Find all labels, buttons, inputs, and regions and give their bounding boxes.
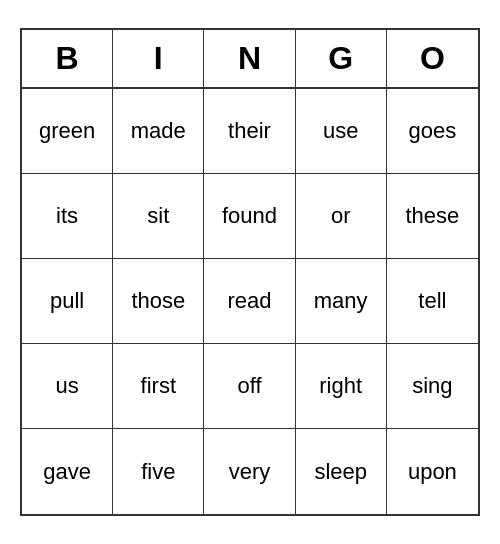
cell-r0-c4: goes [387,89,478,174]
bingo-card: BINGO greenmadetheirusegoesitssitfoundor… [20,28,480,516]
cell-r1-c0: its [22,174,113,259]
cell-r0-c2: their [204,89,295,174]
cell-r0-c3: use [296,89,387,174]
bingo-grid: greenmadetheirusegoesitssitfoundorthesep… [22,89,478,514]
header-letter: B [22,30,113,87]
cell-r3-c3: right [296,344,387,429]
cell-r3-c1: first [113,344,204,429]
cell-r2-c2: read [204,259,295,344]
header-letter: I [113,30,204,87]
cell-r4-c4: upon [387,429,478,514]
cell-r4-c3: sleep [296,429,387,514]
cell-r3-c2: off [204,344,295,429]
cell-r0-c0: green [22,89,113,174]
cell-r0-c1: made [113,89,204,174]
cell-r2-c4: tell [387,259,478,344]
header-letter: G [296,30,387,87]
cell-r1-c4: these [387,174,478,259]
cell-r1-c3: or [296,174,387,259]
cell-r3-c0: us [22,344,113,429]
header-letter: O [387,30,478,87]
cell-r4-c1: five [113,429,204,514]
cell-r4-c2: very [204,429,295,514]
cell-r2-c0: pull [22,259,113,344]
cell-r2-c1: those [113,259,204,344]
cell-r1-c2: found [204,174,295,259]
cell-r2-c3: many [296,259,387,344]
cell-r3-c4: sing [387,344,478,429]
cell-r1-c1: sit [113,174,204,259]
header-letter: N [204,30,295,87]
cell-r4-c0: gave [22,429,113,514]
bingo-header: BINGO [22,30,478,89]
